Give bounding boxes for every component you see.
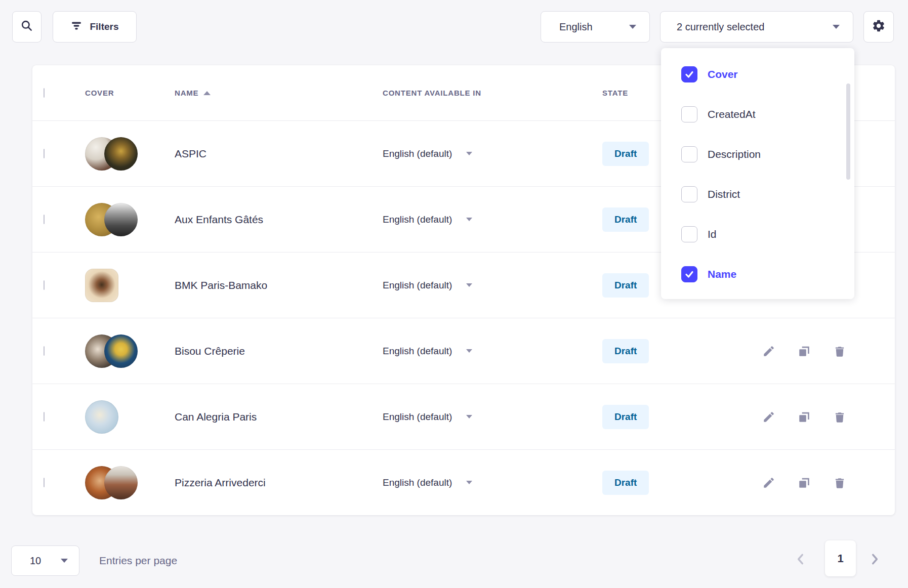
- column-option-label: Id: [708, 228, 717, 240]
- edit-button[interactable]: [762, 410, 775, 424]
- duplicate-button[interactable]: [798, 345, 811, 358]
- checkmark-icon: [684, 69, 694, 79]
- cover-cell: [85, 466, 175, 499]
- cover-cell: [85, 203, 175, 236]
- locale-dropdown[interactable]: English (default): [383, 148, 602, 159]
- column-settings-dropdown: Cover CreatedAt Description District: [661, 48, 854, 299]
- column-header-cover[interactable]: COVER: [85, 89, 175, 97]
- row-checkbox[interactable]: [44, 478, 45, 487]
- columns-select[interactable]: 2 currently selected: [660, 11, 853, 43]
- locale-dropdown-value: English (default): [383, 477, 452, 488]
- locale-select-value: English: [559, 21, 593, 33]
- cover-image: [85, 400, 118, 434]
- cover-image: [104, 137, 138, 171]
- entry-name: Pizzeria Arrivederci: [175, 477, 266, 488]
- column-option-name[interactable]: Name: [661, 260, 854, 288]
- entry-name: ASPIC: [175, 148, 207, 159]
- page-size-value: 10: [30, 555, 41, 567]
- settings-button[interactable]: [863, 11, 894, 43]
- delete-button[interactable]: [833, 345, 846, 358]
- page-1-button[interactable]: 1: [825, 540, 856, 576]
- cover-image: [85, 269, 118, 302]
- column-option-checkbox[interactable]: [681, 226, 697, 242]
- column-option-label: Name: [708, 268, 736, 280]
- state-badge: Draft: [602, 405, 649, 429]
- state-badge: Draft: [602, 207, 649, 232]
- row-checkbox[interactable]: [44, 346, 45, 356]
- entry-name: BMK Paris-Bamako: [175, 279, 267, 291]
- column-header-content-available-in[interactable]: CONTENT AVAILABLE IN: [383, 89, 602, 97]
- locale-dropdown[interactable]: English (default): [383, 346, 602, 357]
- locale-dropdown[interactable]: English (default): [383, 477, 602, 488]
- row-checkbox[interactable]: [44, 412, 45, 422]
- magnifier-icon: [20, 19, 33, 34]
- chevron-right-icon: [870, 553, 880, 566]
- next-page-button[interactable]: [870, 553, 880, 568]
- filter-funnel-icon: [70, 20, 82, 34]
- checkmark-icon: [684, 269, 694, 279]
- cover-image: [104, 466, 138, 499]
- chevron-down-icon: [61, 559, 68, 563]
- chevron-down-icon: [629, 25, 636, 29]
- column-option-checkbox[interactable]: [681, 66, 697, 82]
- locale-dropdown[interactable]: English (default): [383, 411, 602, 423]
- row-checkbox[interactable]: [44, 149, 45, 158]
- locale-dropdown[interactable]: English (default): [383, 280, 602, 291]
- cover-cell: [85, 137, 175, 171]
- cover-cell: [85, 400, 175, 434]
- column-option-id[interactable]: Id: [661, 220, 854, 248]
- column-dropdown-list: Cover CreatedAt Description District: [661, 60, 854, 288]
- row-checkbox[interactable]: [44, 215, 45, 224]
- filters-button[interactable]: Filters: [53, 11, 137, 43]
- state-badge: Draft: [602, 142, 649, 166]
- column-option-checkbox[interactable]: [681, 266, 697, 282]
- cover-image: [104, 334, 138, 368]
- chevron-down-icon: [833, 25, 840, 29]
- column-option-createdat[interactable]: CreatedAt: [661, 100, 854, 129]
- edit-button[interactable]: [762, 476, 775, 489]
- page-size-select[interactable]: 10: [11, 545, 79, 576]
- table-row: Bisou Crêperie English (default) Draft: [32, 318, 895, 384]
- cover-cell: [85, 269, 175, 302]
- column-option-checkbox[interactable]: [681, 146, 697, 162]
- state-badge: Draft: [602, 339, 649, 363]
- delete-button[interactable]: [833, 476, 846, 489]
- chevron-left-icon: [796, 553, 806, 566]
- previous-page-button[interactable]: [796, 553, 806, 568]
- column-option-cover[interactable]: Cover: [661, 60, 854, 89]
- duplicate-button[interactable]: [798, 476, 811, 489]
- column-option-checkbox[interactable]: [681, 186, 697, 202]
- state-badge: Draft: [602, 471, 649, 495]
- select-all-checkbox[interactable]: [44, 88, 45, 98]
- locale-dropdown-value: English (default): [383, 214, 452, 225]
- entry-name: Bisou Crêperie: [175, 345, 245, 357]
- chevron-down-icon: [466, 481, 472, 484]
- locale-dropdown-value: English (default): [383, 280, 452, 291]
- locale-dropdown[interactable]: English (default): [383, 214, 602, 225]
- chevron-down-icon: [466, 349, 472, 353]
- entry-name: Aux Enfants Gâtés: [175, 214, 263, 225]
- entry-name: Can Alegria Paris: [175, 411, 257, 423]
- search-button[interactable]: [12, 11, 42, 43]
- locale-select[interactable]: English: [541, 11, 650, 43]
- entries-per-page-label: Entries per page: [99, 545, 177, 576]
- column-option-district[interactable]: District: [661, 180, 854, 208]
- locale-dropdown-value: English (default): [383, 346, 452, 357]
- cover-image: [104, 203, 138, 236]
- delete-button[interactable]: [833, 410, 846, 424]
- column-option-checkbox[interactable]: [681, 106, 697, 122]
- edit-button[interactable]: [762, 345, 775, 358]
- row-checkbox[interactable]: [44, 280, 45, 290]
- sort-ascending-icon: [203, 91, 211, 95]
- chevron-down-icon: [466, 152, 472, 155]
- duplicate-button[interactable]: [798, 410, 811, 424]
- column-option-label: District: [708, 188, 740, 200]
- column-header-name[interactable]: NAME: [175, 89, 383, 97]
- locale-dropdown-value: English (default): [383, 411, 452, 423]
- dropdown-scrollbar[interactable]: [846, 83, 850, 180]
- column-option-label: Cover: [708, 68, 738, 80]
- chevron-down-icon: [466, 415, 472, 418]
- filters-button-label: Filters: [90, 21, 118, 32]
- gear-icon: [872, 19, 886, 35]
- column-option-description[interactable]: Description: [661, 140, 854, 169]
